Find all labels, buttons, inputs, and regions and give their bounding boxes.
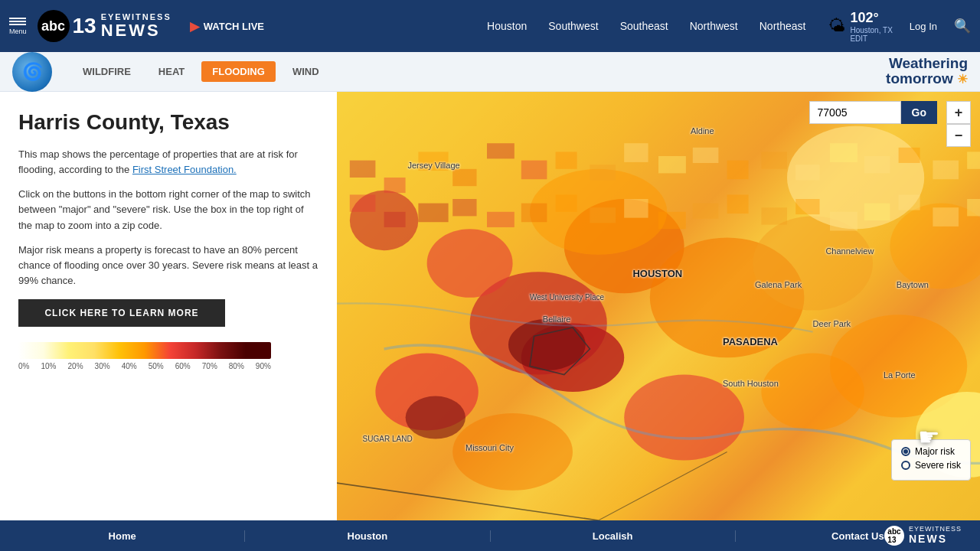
- footer: Home Houston Localish Contact Us abc13 E…: [0, 520, 980, 551]
- first-street-link[interactable]: First Street Foundation.: [132, 164, 237, 175]
- footer-news-text: NEWS: [909, 533, 962, 545]
- zip-code-input[interactable]: [809, 101, 901, 124]
- city-label: Houston, TX: [850, 26, 892, 34]
- weathering-tomorrow-logo: Weathering tomorrow ☀: [886, 56, 968, 88]
- severe-risk-radio[interactable]: [901, 461, 910, 470]
- severe-risk-label: Severe risk: [915, 460, 961, 471]
- footer-link-home[interactable]: Home: [0, 530, 245, 542]
- svg-rect-41: [452, 199, 476, 216]
- footer-logo: abc13 EYEWITNESS NEWS: [884, 526, 962, 546]
- svg-rect-23: [487, 143, 514, 158]
- footer-link-houston[interactable]: Houston: [245, 530, 490, 542]
- temperature: 102°: [850, 10, 892, 26]
- footer-links: Home Houston Localish Contact Us: [0, 530, 980, 542]
- svg-rect-30: [727, 161, 749, 180]
- svg-rect-35: [899, 148, 920, 163]
- svg-rect-38: [350, 194, 376, 211]
- legend: 0% 10% 20% 30% 40% 50% 60% 70% 80% 90%: [18, 342, 318, 370]
- zoom-controls: + −: [946, 101, 971, 147]
- legend-label-9: 90%: [256, 362, 271, 370]
- severe-risk-option[interactable]: Severe risk: [901, 460, 961, 471]
- risk-toggle: Major risk Severe risk: [891, 439, 971, 481]
- svg-rect-51: [795, 199, 819, 214]
- svg-rect-20: [384, 178, 406, 193]
- search-icon[interactable]: 🔍: [954, 18, 971, 34]
- svg-rect-46: [624, 199, 648, 218]
- svg-rect-49: [727, 194, 749, 214]
- tab-wind[interactable]: WIND: [282, 61, 330, 82]
- tab-heat[interactable]: HEAT: [148, 61, 195, 82]
- svg-rect-47: [658, 212, 686, 229]
- legend-label-2: 20%: [68, 362, 83, 370]
- legend-label-4: 40%: [122, 362, 137, 370]
- svg-point-18: [406, 396, 466, 439]
- description-2: Click on the buttons in the bottom right…: [18, 187, 318, 233]
- description-1: This map shows the percentage of propert…: [18, 147, 318, 178]
- footer-abc-badge: abc13: [884, 526, 904, 546]
- county-title: Harris County, Texas: [18, 110, 318, 135]
- watch-live-label: WATCH LIVE: [204, 21, 264, 32]
- zoom-out-button[interactable]: −: [946, 124, 971, 147]
- menu-button[interactable]: Menu: [9, 18, 27, 35]
- nav-northeast[interactable]: Northeast: [760, 20, 806, 32]
- svg-rect-54: [899, 194, 920, 210]
- tab-flooding[interactable]: FLOODING: [201, 61, 276, 82]
- svg-rect-42: [487, 212, 514, 227]
- legend-label-7: 70%: [202, 362, 217, 370]
- zip-go-button[interactable]: Go: [901, 101, 937, 124]
- nav-northwest[interactable]: Northwest: [690, 20, 738, 32]
- footer-link-localish[interactable]: Localish: [491, 530, 736, 542]
- svg-rect-45: [590, 207, 616, 223]
- svg-rect-56: [967, 199, 980, 216]
- main-content: Harris County, Texas This map shows the …: [0, 92, 980, 520]
- svg-rect-26: [590, 165, 616, 180]
- zoom-in-button[interactable]: +: [946, 101, 971, 124]
- legend-label-8: 80%: [229, 362, 244, 370]
- svg-rect-24: [521, 161, 547, 180]
- major-risk-radio[interactable]: [901, 447, 910, 456]
- tab-wildfire[interactable]: WILDFIRE: [72, 61, 142, 82]
- learn-more-button[interactable]: CLICK HERE TO LEARN MORE: [18, 299, 225, 327]
- abc-badge: abc: [38, 10, 70, 42]
- legend-label-0: 0%: [18, 362, 29, 370]
- header: Menu abc 13 EYEWITNESS NEWS ▶ WATCH LIVE…: [0, 0, 980, 52]
- svg-rect-21: [418, 152, 448, 171]
- nav-southeast[interactable]: Southeast: [620, 20, 668, 32]
- login-button[interactable]: Log In: [910, 21, 937, 32]
- svg-rect-36: [933, 161, 959, 180]
- svg-rect-19: [350, 161, 376, 178]
- svg-rect-52: [830, 212, 858, 231]
- legend-bar: [18, 342, 271, 359]
- svg-rect-33: [830, 143, 858, 162]
- svg-rect-34: [864, 156, 890, 173]
- svg-rect-44: [556, 194, 577, 211]
- svg-point-3: [427, 229, 513, 298]
- header-nav: Houston Southwest Southeast Northwest No…: [487, 20, 805, 32]
- nav-houston[interactable]: Houston: [487, 20, 527, 32]
- play-icon: ▶: [190, 19, 199, 34]
- svg-rect-48: [693, 204, 719, 219]
- map-area[interactable]: Aldine Jersey Village HOUSTON Channelvie…: [337, 92, 980, 520]
- svg-point-10: [624, 375, 744, 461]
- flood-map-svg: [337, 92, 980, 520]
- legend-label-6: 60%: [175, 362, 191, 370]
- description-3: Major risk means a property is forecast …: [18, 243, 318, 289]
- weather-widget-icon: 🌀: [12, 52, 52, 92]
- zip-code-control: Go: [809, 101, 937, 124]
- major-risk-option[interactable]: Major risk: [901, 446, 961, 457]
- menu-label: Menu: [9, 28, 27, 35]
- left-panel: Harris County, Texas This map shows the …: [0, 92, 337, 520]
- major-risk-label: Major risk: [915, 446, 955, 457]
- svg-rect-39: [384, 212, 406, 227]
- sub-header: 🌀 WILDFIRE HEAT FLOODING WIND Weathering…: [0, 52, 980, 92]
- svg-rect-55: [933, 207, 959, 227]
- nav-southwest[interactable]: Southwest: [548, 20, 598, 32]
- svg-rect-22: [452, 169, 476, 186]
- svg-rect-27: [624, 143, 648, 162]
- svg-rect-32: [795, 165, 819, 180]
- news-text: NEWS: [101, 21, 172, 40]
- legend-label-3: 30%: [95, 362, 110, 370]
- svg-rect-53: [864, 204, 890, 220]
- watch-live-button[interactable]: ▶ WATCH LIVE: [190, 19, 264, 34]
- edit-location-button[interactable]: EDIT: [850, 34, 892, 43]
